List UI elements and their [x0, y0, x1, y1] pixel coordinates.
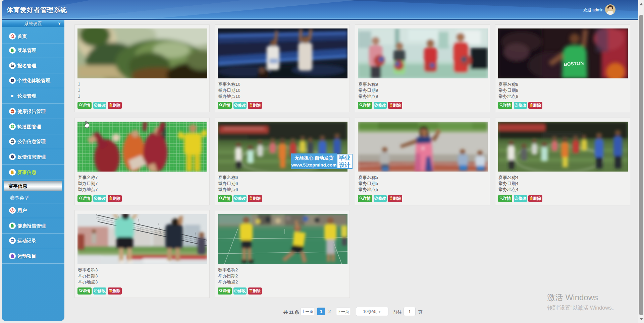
svg-text:4: 4 — [422, 146, 424, 151]
